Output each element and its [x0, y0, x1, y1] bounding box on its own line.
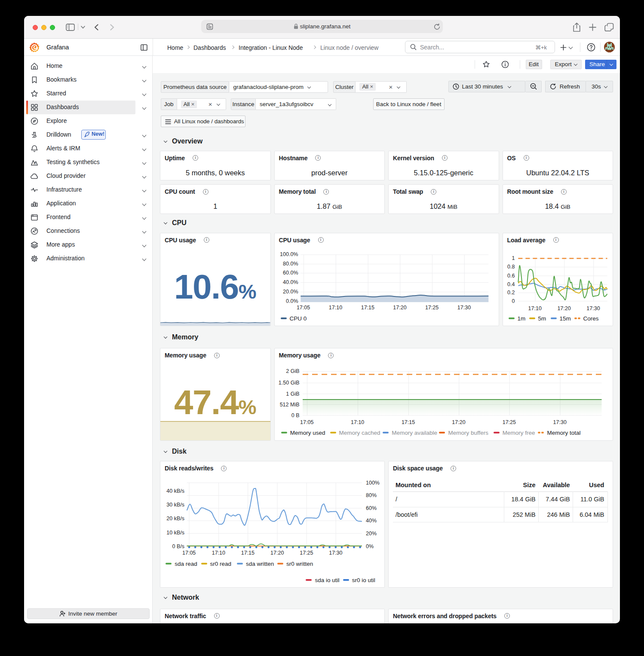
svg-text:k6: k6	[34, 163, 36, 165]
